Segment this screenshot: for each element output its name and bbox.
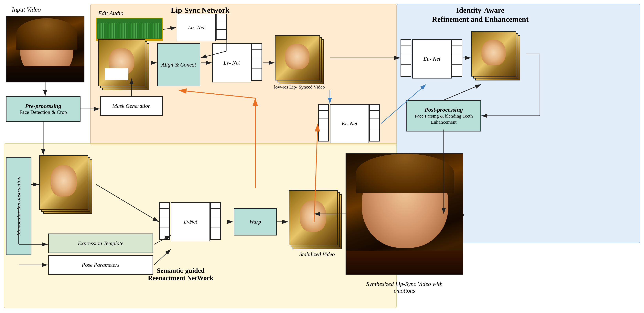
lv-net-label: Lv- Net [224, 60, 240, 66]
input-video-label: Input Video [12, 6, 41, 13]
align-concat-label: Align & Concat [161, 62, 196, 68]
identity-aware-title: Identity-Aware Refinement and Enhancemen… [432, 6, 528, 24]
input-video-face [6, 16, 84, 82]
d-net-box: D-Net [171, 202, 210, 241]
waveform-visual [97, 23, 162, 38]
warp-box: Warp [234, 208, 277, 236]
la-net-box: La- Net [177, 14, 216, 41]
preprocessing-subtitle: Face Detection & Crop [20, 109, 67, 115]
d-net-encoder [159, 202, 170, 240]
preprocessing-title: Pre-processing [20, 103, 67, 109]
d-net-decoder [210, 202, 221, 240]
ei-net-encoder [318, 104, 329, 141]
ei-net-label: Ei- Net [342, 120, 357, 127]
monocular-reconstruction-box: Monocular Reconstruction [6, 157, 32, 255]
eu-net-label: Eu- Net [424, 56, 440, 62]
edit-audio-label: Edit Audio [98, 10, 124, 16]
eu-net-encoder [400, 39, 411, 77]
lv-net-box: Lv- Net [212, 43, 251, 82]
expression-template-box: Expression Template [48, 234, 153, 253]
postprocessing-box: Post-processing Face Parsing & blending … [406, 100, 481, 131]
preprocessing-box: Pre-processing Face Detection & Crop [6, 96, 80, 122]
lip-sync-title: Lip-Sync Network [171, 6, 230, 14]
d-net-label: D-Net [184, 219, 197, 225]
stabilized-video-label: Stabilized Video [287, 251, 348, 258]
synthesized-label: Synthesized Lip-Sync Video with emotions [357, 281, 452, 294]
postprocessing-subtitle: Face Parsing & blending Teeth Enhancemen… [407, 113, 480, 125]
audio-waveform [96, 18, 163, 41]
postprocessing-title: Post-processing [407, 106, 480, 113]
monocular-label: Monocular Reconstruction [16, 177, 22, 236]
la-net-label: La- Net [188, 24, 205, 31]
diagram-container: Lip-Sync Network Identity-Aware Refineme… [0, 0, 644, 313]
la-net-decoder [216, 14, 227, 40]
warp-label: Warp [249, 219, 261, 225]
synthesized-output-face [346, 153, 463, 275]
ei-net-box: Ei- Net [330, 104, 369, 143]
ei-net-decoder [369, 104, 380, 141]
eu-net-box: Eu- Net [412, 39, 452, 78]
mask-generation-box: Mask Generation [100, 96, 163, 116]
mask-generation-label: Mask Generation [112, 103, 150, 109]
lv-net-decoder [251, 43, 262, 81]
expression-template-label: Expression Template [78, 240, 123, 247]
align-concat-box: Align & Concat [157, 43, 200, 86]
eu-net-decoder [452, 39, 462, 77]
semantic-guided-title: Semantic-guided Reenactment NetWork [82, 267, 279, 282]
lowres-label: low-res Lip- Synced Video [273, 84, 326, 90]
